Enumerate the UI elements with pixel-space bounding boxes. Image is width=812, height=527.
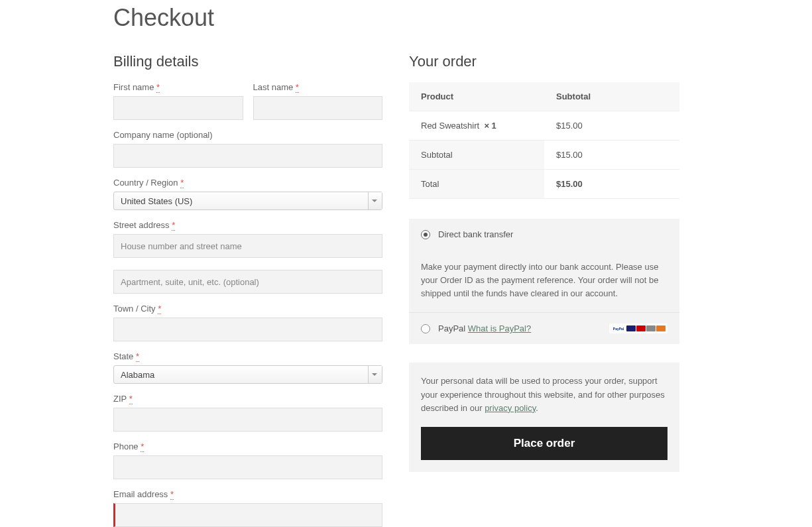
table-row: Total $15.00 xyxy=(409,170,679,199)
total-label: Total xyxy=(409,170,544,199)
required-mark: * xyxy=(158,304,161,314)
table-row: Subtotal $15.00 xyxy=(409,141,679,170)
payment-option-paypal[interactable]: PayPal What is PayPal? PayPal xyxy=(409,313,679,344)
state-select[interactable]: Alabama xyxy=(113,365,382,384)
last-name-input[interactable] xyxy=(253,96,383,120)
payment-option-bank[interactable]: Direct bank transfer xyxy=(409,219,679,250)
state-label: State * xyxy=(113,351,382,361)
country-value: United States (US) xyxy=(121,196,192,206)
mastercard-icon xyxy=(636,325,646,331)
order-section-title: Your order xyxy=(409,53,679,70)
subtotal-label: Subtotal xyxy=(409,141,544,170)
company-label: Company name (optional) xyxy=(113,130,382,140)
subtotal-header: Subtotal xyxy=(544,82,679,111)
payment-paypal-label: PayPal xyxy=(438,323,465,333)
country-select[interactable]: United States (US) xyxy=(113,192,382,210)
company-input[interactable] xyxy=(113,144,382,168)
phone-label: Phone * xyxy=(113,441,382,451)
first-name-label: First name * xyxy=(113,82,243,92)
total-value: $15.00 xyxy=(544,170,679,199)
zip-label: ZIP * xyxy=(113,394,382,404)
item-qty: × 1 xyxy=(484,121,496,131)
what-is-paypal-link[interactable]: What is PayPal? xyxy=(468,323,531,333)
paypal-icon: PayPal xyxy=(611,325,626,331)
privacy-text: Your personal data will be used to proce… xyxy=(421,375,667,414)
privacy-policy-link[interactable]: privacy policy xyxy=(485,403,536,413)
visa-icon xyxy=(626,325,636,331)
discover-icon xyxy=(656,325,666,331)
chevron-down-icon xyxy=(372,373,377,376)
zip-input[interactable] xyxy=(113,408,382,432)
payment-bank-desc: Make your payment directly into our bank… xyxy=(409,250,679,313)
required-mark: * xyxy=(180,178,184,188)
state-value: Alabama xyxy=(121,370,154,380)
item-price: $15.00 xyxy=(544,111,679,141)
table-row: Red Sweatshirt × 1 $15.00 xyxy=(409,111,679,141)
street2-input[interactable] xyxy=(113,270,382,294)
radio-icon xyxy=(421,324,430,333)
order-table: Product Subtotal Red Sweatshirt × 1 $15.… xyxy=(409,82,679,199)
phone-input[interactable] xyxy=(113,455,382,479)
last-name-label: Last name * xyxy=(253,82,383,92)
radio-icon xyxy=(421,230,430,239)
city-input[interactable] xyxy=(113,318,382,341)
country-label: Country / Region * xyxy=(113,178,382,188)
email-label: Email address * xyxy=(113,489,382,499)
city-label: Town / City * xyxy=(113,304,382,314)
page-title: Checkout xyxy=(113,4,699,32)
street1-input[interactable] xyxy=(113,234,382,258)
subtotal-value: $15.00 xyxy=(544,141,679,170)
place-order-button[interactable]: Place order xyxy=(421,427,667,460)
item-name: Red Sweatshirt xyxy=(421,121,479,131)
required-mark: * xyxy=(129,394,133,404)
required-mark: * xyxy=(170,489,174,500)
billing-section-title: Billing details xyxy=(113,53,382,70)
required-mark: * xyxy=(136,351,139,362)
required-mark: * xyxy=(172,220,175,231)
required-mark: * xyxy=(296,82,299,93)
street-label: Street address * xyxy=(113,220,382,230)
payment-bank-label: Direct bank transfer xyxy=(438,229,513,239)
email-input[interactable] xyxy=(113,503,382,527)
first-name-input[interactable] xyxy=(113,96,243,120)
paypal-card-logos: PayPal xyxy=(609,323,667,333)
required-mark: * xyxy=(156,82,160,93)
chevron-down-icon xyxy=(372,200,377,202)
product-header: Product xyxy=(409,82,544,111)
amex-icon xyxy=(646,325,656,331)
required-mark: * xyxy=(141,441,144,452)
